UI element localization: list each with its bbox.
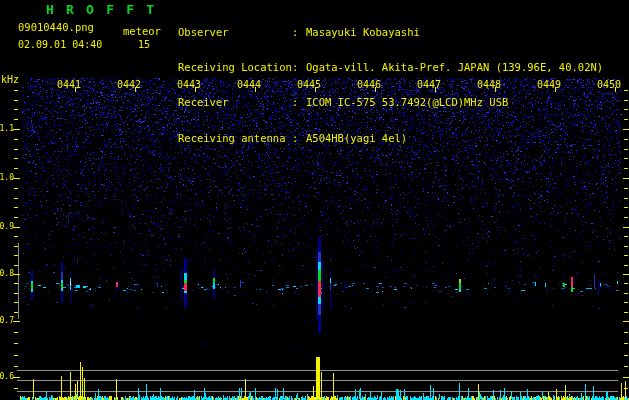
info-value: ICOM IC-575 53.7492(@LCD)MHz USB (300, 97, 508, 109)
info-row-location: Receiving Location:Ogata-vill. Akita-Pre… (178, 62, 603, 74)
info-label: Receiver (178, 97, 292, 109)
echo-count: 15 (138, 39, 150, 50)
info-row-antenna: Receiving antenna:A504HB(yagi 4el) (178, 133, 603, 145)
y-tick-label: 0.8 (0, 269, 14, 278)
mode-label: meteor (123, 25, 161, 37)
x-tick-label: 0447 (417, 79, 441, 90)
y-tick-label: 0.6 (0, 372, 14, 381)
y-tick-label: 0.9 (0, 222, 14, 231)
x-tick-label: 0446 (357, 79, 381, 90)
x-tick-label: 0442 (117, 79, 141, 90)
output-filename: 09010440.png (18, 21, 94, 33)
x-tick-label: 0441 (57, 79, 81, 90)
info-label: Observer (178, 27, 292, 39)
x-tick-label: 0449 (537, 79, 561, 90)
hrofft-window: H R O F F T 09010440.png meteor 02.09.01… (0, 0, 629, 400)
info-value: A504HB(yagi 4el) (300, 133, 407, 145)
info-row-observer: Observer:Masayuki Kobayashi (178, 27, 603, 39)
info-value: Ogata-vill. Akita-Pref. JAPAN (139.96E, … (300, 62, 603, 74)
x-tick-label: 0448 (477, 79, 501, 90)
y-tick-label: 0.7 (0, 316, 14, 325)
x-tick-label: 0450 (597, 79, 621, 90)
info-separator: : (292, 27, 300, 39)
y-axis-unit-label: kHz (1, 74, 19, 85)
x-tick-label: 0443 (177, 79, 201, 90)
info-value: Masayuki Kobayashi (300, 27, 420, 39)
x-tick-label: 0445 (297, 79, 321, 90)
info-row-receiver: Receiver:ICOM IC-575 53.7492(@LCD)MHz US… (178, 97, 603, 109)
info-label: Receiving antenna (178, 133, 292, 145)
info-separator: : (292, 62, 300, 74)
info-label: Receiving Location (178, 62, 292, 74)
observation-datetime: 02.09.01 04:40 (18, 39, 102, 50)
info-separator: : (292, 97, 300, 109)
y-tick-label: 1.1 (0, 124, 14, 133)
y-tick-label: 1.0 (0, 173, 14, 182)
x-tick-label: 0444 (237, 79, 261, 90)
info-separator: : (292, 133, 300, 145)
app-title: H R O F F T (46, 2, 156, 17)
